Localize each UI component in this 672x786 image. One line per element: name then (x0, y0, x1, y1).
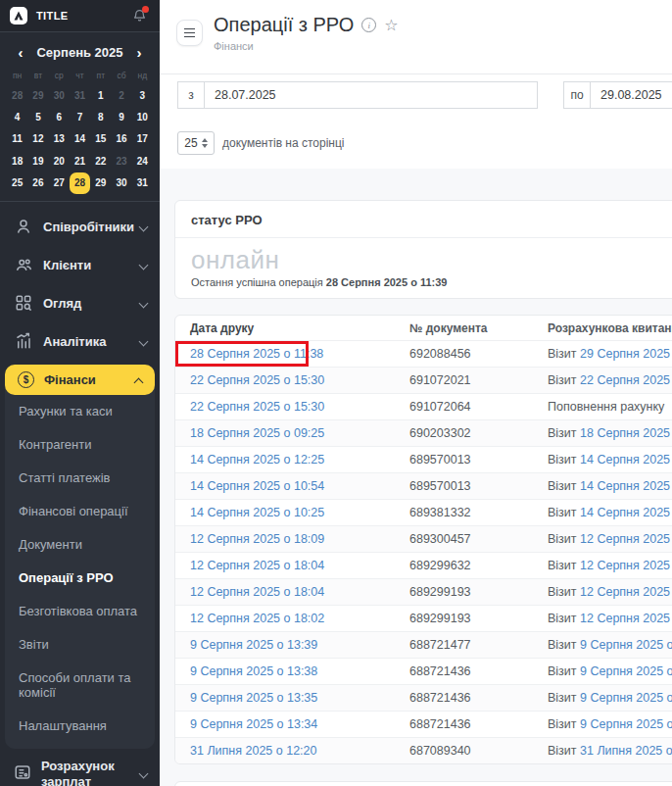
calendar-day[interactable]: 31 (70, 84, 90, 106)
print-date-link[interactable]: 12 Серпня 2025 о 18:09 (190, 532, 324, 546)
receipt-link[interactable]: 9 Серпня 2025 о 11:35 (577, 664, 672, 678)
receipt-link[interactable]: 12 Серпня 2025 о 14:1 (577, 532, 672, 546)
calendar-day[interactable]: 16 (111, 128, 131, 150)
date-to-input[interactable] (591, 81, 672, 109)
page-size-suffix: документів на сторінці (222, 136, 345, 150)
print-date-link[interactable]: 22 Серпня 2025 о 15:30 (190, 373, 324, 387)
print-date-link[interactable]: 18 Серпня 2025 о 09:25 (190, 426, 324, 440)
receipt-link[interactable]: 9 Серпня 2025 о 14:10 (577, 638, 672, 652)
calendar-day[interactable]: 10 (132, 106, 153, 127)
calendar-day[interactable]: 26 (27, 172, 48, 194)
info-icon[interactable]: i (361, 18, 376, 32)
submenu-item[interactable]: Контрагенти (5, 428, 155, 462)
calendar-day[interactable]: 24 (132, 150, 153, 172)
calendar-day[interactable]: 22 (90, 150, 111, 172)
calendar-day[interactable]: 31 (132, 172, 153, 194)
print-date-link[interactable]: 9 Серпня 2025 о 13:39 (190, 638, 317, 652)
submenu-item[interactable]: Безготівкова оплата (5, 595, 155, 628)
print-date-link[interactable]: 9 Серпня 2025 о 13:34 (190, 717, 317, 731)
calendar-day[interactable]: 2 (111, 84, 131, 106)
submenu-item[interactable]: Рахунки та каси (5, 395, 155, 428)
calendar-day[interactable]: 19 (27, 150, 48, 172)
calendar-day[interactable]: 30 (111, 172, 131, 194)
sidebar-item-clients[interactable]: Клієнти (0, 246, 160, 284)
submenu-item[interactable]: Звіти (5, 628, 155, 662)
print-date-link[interactable]: 12 Серпня 2025 о 18:04 (190, 585, 324, 599)
calendar-day[interactable]: 11 (7, 128, 27, 150)
notifications-bell-icon[interactable] (132, 8, 148, 24)
receipt-link[interactable]: 9 Серпня 2025 о 11:35 (577, 691, 672, 705)
table-row: 14 Серпня 2025 о 12:25689570013Візит 14 … (175, 446, 672, 472)
submenu-item[interactable]: Операції з РРО (5, 562, 155, 595)
calendar-day[interactable]: 21 (70, 150, 90, 172)
receipt-link[interactable]: 22 Серпня 2025 о 10: (577, 373, 672, 387)
calendar-day[interactable]: 15 (90, 128, 111, 150)
print-date-link[interactable]: 12 Серпня 2025 о 18:04 (190, 559, 324, 572)
date-from-input[interactable] (205, 81, 538, 109)
calendar-weekday: вт (27, 66, 48, 84)
calendar-day[interactable]: 18 (7, 150, 27, 172)
submenu-item[interactable]: Документи (5, 528, 155, 562)
submenu-item[interactable]: Способи оплати та комісії (5, 662, 155, 710)
sidebar-item-analytics[interactable]: Аналітика (0, 322, 160, 361)
calendar-day[interactable]: 28 (70, 172, 90, 194)
receipt-link[interactable]: 12 Серпня 2025 о 12:1 (577, 559, 672, 572)
sidebar-item-payroll[interactable]: Розрахунок зарплат (0, 749, 160, 786)
chevron-down-icon (139, 261, 148, 270)
payroll-icon (14, 763, 31, 785)
calendar-day[interactable]: 13 (49, 128, 70, 150)
print-date-link[interactable]: 12 Серпня 2025 о 18:02 (190, 612, 324, 625)
submenu-item[interactable]: Статті платежів (5, 462, 155, 495)
calendar-day[interactable]: 4 (7, 106, 27, 127)
calendar-day[interactable]: 20 (49, 150, 70, 172)
calendar-day[interactable]: 29 (27, 84, 48, 106)
sidebar-item-employees[interactable]: Співробітники (0, 208, 160, 246)
receipt-link[interactable]: 18 Серпня 2025 о 10:0 (577, 426, 672, 440)
calendar-day[interactable]: 6 (49, 106, 70, 127)
submenu-item[interactable]: Фінансові операції (5, 495, 155, 528)
receipt-link[interactable]: 12 Серпня 2025 о 10:3 (577, 612, 672, 625)
calendar-day[interactable]: 30 (49, 84, 70, 106)
receipt-link[interactable]: 31 Липня 2025 о 10:25 (577, 744, 672, 758)
receipt-link[interactable]: 12 Серпня 2025 о 10:3 (577, 585, 672, 599)
calendar-day[interactable]: 14 (70, 128, 90, 150)
calendar-day[interactable]: 5 (27, 106, 48, 127)
sidebar-item-overview[interactable]: Огляд (0, 284, 160, 322)
calendar-prev-button[interactable]: ‹ (14, 44, 27, 61)
receipt-link[interactable]: 14 Серпня 2025 о 11:4 (577, 506, 672, 519)
calendar-day[interactable]: 1 (90, 84, 111, 106)
sidebar-item-finance[interactable]: $ Фінанси (5, 365, 155, 395)
calendar-day[interactable]: 29 (90, 172, 111, 194)
calendar-next-button[interactable]: › (132, 44, 146, 61)
print-date-link[interactable]: 9 Серпня 2025 о 13:35 (190, 691, 317, 705)
calendar-day[interactable]: 3 (132, 84, 153, 106)
calendar-day[interactable]: 27 (49, 172, 70, 194)
submenu-item[interactable]: Налаштування (5, 710, 155, 743)
print-date-link[interactable]: 14 Серпня 2025 о 12:25 (190, 453, 324, 467)
page-size-select[interactable]: 25 (177, 131, 215, 155)
receipt-link[interactable]: 14 Серпня 2025 о 13: (577, 479, 672, 493)
calendar-day[interactable]: 17 (132, 128, 153, 150)
print-date-link[interactable]: 22 Серпня 2025 о 15:30 (190, 400, 324, 414)
favorite-star-icon[interactable]: ☆ (384, 18, 398, 33)
print-date-link[interactable]: 14 Серпня 2025 о 10:25 (190, 506, 324, 519)
hamburger-menu-button[interactable] (176, 20, 203, 46)
print-date-link[interactable]: 28 Серпня 2025 о 11:38 (190, 347, 323, 361)
calendar-day[interactable]: 12 (27, 128, 48, 150)
calendar-day[interactable]: 9 (111, 106, 131, 127)
date-to-label: по (563, 81, 591, 109)
receipt-link[interactable]: 14 Серпня 2025 о 13: (577, 453, 672, 467)
calendar-day[interactable]: 25 (7, 172, 27, 194)
table-col-header: Дата друку (175, 321, 409, 335)
date-from-label: з (177, 81, 205, 109)
calendar-day[interactable]: 8 (90, 106, 111, 127)
app-logo[interactable] (10, 7, 27, 25)
print-date-link[interactable]: 9 Серпня 2025 о 13:38 (190, 664, 317, 678)
calendar-day[interactable]: 23 (111, 150, 131, 172)
receipt-link[interactable]: 9 Серпня 2025 о 11:35 (577, 717, 672, 731)
print-date-link[interactable]: 14 Серпня 2025 о 10:54 (190, 479, 324, 493)
calendar-day[interactable]: 28 (7, 84, 27, 106)
print-date-link[interactable]: 31 Липня 2025 о 12:20 (190, 744, 316, 758)
receipt-link[interactable]: 29 Серпня 2025 о 12: (577, 347, 672, 361)
calendar-day[interactable]: 7 (70, 106, 90, 127)
